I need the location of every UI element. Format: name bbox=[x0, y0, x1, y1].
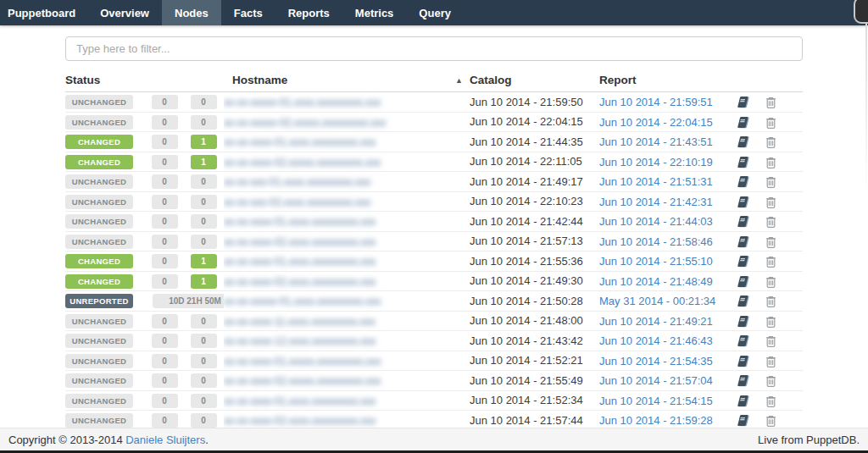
trash-icon[interactable] bbox=[765, 215, 779, 229]
hostname-link[interactable]: xx-xx-xxxx-01.xxxx.xxxxxxxxx.xxx bbox=[224, 256, 376, 268]
hostname-cell: xx-xx-xxxx-12.xxxx.xxxxxxxxx.xxx bbox=[224, 331, 470, 351]
hostname-link[interactable]: xx-xx-xxxx-02.xxxx.xxxxxxxxx.xxx bbox=[224, 236, 376, 248]
report-link[interactable]: Jun 10 2014 - 21:44:03 bbox=[599, 215, 713, 228]
nav-item-facts[interactable]: Facts bbox=[221, 0, 275, 25]
trash-icon[interactable] bbox=[765, 275, 779, 289]
hostname-link[interactable]: xx-xx-xxxx-02.xxxx.xxxxxxxxx.xxx bbox=[224, 276, 376, 288]
count1-cell: 0 bbox=[146, 331, 183, 351]
trash-icon[interactable] bbox=[765, 235, 779, 249]
trash-icon[interactable] bbox=[765, 295, 779, 308]
hostname-link[interactable]: xx-xx-xxxx-01.xxxx.xxxxxxxxx.xxx bbox=[224, 136, 376, 148]
trash-icon[interactable] bbox=[765, 156, 779, 169]
trash-icon[interactable] bbox=[765, 116, 779, 130]
nav-item-reports[interactable]: Reports bbox=[275, 0, 342, 25]
trash-icon[interactable] bbox=[765, 395, 779, 408]
book-icon[interactable] bbox=[737, 215, 751, 229]
report-link[interactable]: Jun 10 2014 - 21:54:15 bbox=[599, 395, 713, 407]
book-icon[interactable] bbox=[737, 156, 751, 169]
book-icon[interactable] bbox=[737, 355, 751, 368]
nav-item-query[interactable]: Query bbox=[406, 0, 464, 25]
book-icon[interactable] bbox=[737, 175, 751, 189]
nav-item-overview[interactable]: Overview bbox=[87, 0, 162, 25]
scrollbar-thumb[interactable] bbox=[854, 0, 868, 24]
hostname-link[interactable]: xx-xx-xxxxx-01.xxxx.xxxxxxxxx.xxx bbox=[224, 97, 381, 108]
hostname-link[interactable]: xx-xx-xxxx-12.xxxx.xxxxxxxxx.xxx bbox=[224, 335, 376, 347]
trash-icon[interactable] bbox=[765, 334, 779, 348]
count1-cell: 0 bbox=[146, 351, 183, 371]
hostname-cell: xx-xx-xxxx-01.xxxxx.xxxxxxxxx.xxx bbox=[224, 351, 470, 371]
brand-puppetboard[interactable]: Puppetboard bbox=[0, 0, 87, 25]
hostname-link[interactable]: xx-xx-xxxxx-02.xxxxx.xxxxxxxxx.xxx bbox=[224, 117, 386, 129]
catalog-cell: Jun 10 2014 - 21:42:44 bbox=[470, 212, 599, 232]
book-icon[interactable] bbox=[737, 255, 751, 268]
report-link[interactable]: Jun 10 2014 - 21:46:43 bbox=[599, 334, 713, 347]
column-header-status[interactable]: Status bbox=[65, 74, 224, 92]
report-link[interactable]: Jun 10 2014 - 21:54:35 bbox=[599, 355, 713, 367]
column-header-hostname[interactable]: Hostname ▲ bbox=[224, 74, 470, 92]
hostname-cell: xx-xx-xxxx-01.xxxx.xxxxxxxxx.xxx bbox=[224, 212, 470, 232]
trash-icon[interactable] bbox=[765, 135, 779, 149]
report-link[interactable]: Jun 10 2014 - 21:51:31 bbox=[599, 175, 713, 188]
report-link[interactable]: Jun 10 2014 - 21:59:51 bbox=[599, 96, 713, 108]
book-icon[interactable] bbox=[737, 414, 751, 428]
navbar: Puppetboard OverviewNodesFactsReportsMet… bbox=[0, 0, 868, 25]
report-link[interactable]: Jun 10 2014 - 21:57:04 bbox=[599, 374, 713, 387]
report-link[interactable]: May 31 2014 - 00:21:34 bbox=[599, 295, 715, 307]
count1-cell: 0 bbox=[146, 172, 183, 192]
trash-icon[interactable] bbox=[765, 315, 779, 329]
book-icon[interactable] bbox=[737, 96, 751, 109]
book-icon[interactable] bbox=[737, 235, 751, 249]
trash-icon[interactable] bbox=[765, 414, 779, 428]
count1-badge: 0 bbox=[152, 373, 178, 388]
trash-icon[interactable] bbox=[765, 196, 779, 209]
hostname-link[interactable]: xx-xx-xxx-01.xxxx.xxxxxxxxx.xxx bbox=[224, 176, 370, 188]
nav-item-nodes[interactable]: Nodes bbox=[162, 0, 221, 25]
book-icon[interactable] bbox=[737, 116, 751, 130]
report-link[interactable]: Jun 10 2014 - 22:04:15 bbox=[599, 116, 713, 129]
book-icon[interactable] bbox=[737, 395, 751, 408]
book-icon[interactable] bbox=[737, 295, 751, 308]
book-icon[interactable] bbox=[737, 315, 751, 329]
report-link[interactable]: Jun 10 2014 - 22:10:19 bbox=[599, 156, 713, 168]
node-row: UNCHANGED 0 0 xx-xx-xxx-02.xxxx.xxxxxxxx… bbox=[65, 191, 803, 212]
trash-icon[interactable] bbox=[765, 175, 779, 189]
hostname-link[interactable]: xx-xx-xxxx-01.xxxx.xxxxxxxxx.xxx bbox=[224, 216, 376, 228]
trash-icon[interactable] bbox=[765, 355, 779, 368]
column-header-report[interactable]: Report bbox=[599, 74, 737, 92]
hostname-link[interactable]: xx-xx-xxxx-11.xxxx.xxxxxxxxx.xxx bbox=[224, 316, 375, 328]
count1-badge: 0 bbox=[152, 274, 178, 289]
report-cell: Jun 10 2014 - 21:42:31 bbox=[599, 191, 737, 212]
hostname-link[interactable]: xx-xx-xxxx-02.xxxxx.xxxxxxxxx.xxx bbox=[224, 375, 381, 387]
hostname-link[interactable]: xx-xx-xxxx-01.xxxx.xxxxxxxxx.xxx bbox=[224, 395, 376, 407]
book-icon[interactable] bbox=[737, 374, 751, 388]
report-link[interactable]: Jun 10 2014 - 21:42:31 bbox=[599, 196, 713, 208]
book-icon[interactable] bbox=[737, 135, 751, 149]
report-link[interactable]: Jun 10 2014 - 21:48:49 bbox=[599, 275, 713, 288]
count1-badge: 0 bbox=[152, 95, 178, 109]
nav-item-metrics[interactable]: Metrics bbox=[342, 0, 407, 25]
trash-icon[interactable] bbox=[765, 96, 779, 109]
book-icon[interactable] bbox=[737, 275, 751, 289]
report-link[interactable]: Jun 10 2014 - 21:43:51 bbox=[599, 135, 713, 148]
column-header-catalog[interactable]: Catalog bbox=[470, 74, 599, 92]
catalog-timestamp: Jun 10 2014 - 21:57:44 bbox=[470, 414, 583, 427]
filter-input[interactable] bbox=[65, 36, 803, 61]
hostname-link[interactable]: xx-xx-xxxxx-01.xxxx.xxxxxxxxx.xxx bbox=[224, 296, 381, 307]
hostname-link[interactable]: xx-xx-xxx-02.xxxx.xxxxxxxxx.xxx bbox=[224, 196, 370, 208]
report-link[interactable]: Jun 10 2014 - 21:59:28 bbox=[599, 414, 713, 427]
count2-badge: 0 bbox=[191, 214, 217, 229]
catalog-timestamp: Jun 10 2014 - 21:55:49 bbox=[470, 374, 583, 387]
report-link[interactable]: Jun 10 2014 - 21:49:21 bbox=[599, 315, 713, 328]
book-icon[interactable] bbox=[737, 196, 751, 209]
author-link[interactable]: Daniele Sluijters bbox=[125, 434, 205, 446]
nodes-table-body: UNCHANGED 0 0 xx-xx-xxxxx-01.xxxx.xxxxxx… bbox=[65, 92, 803, 428]
sort-ascending-icon[interactable]: ▲ bbox=[455, 76, 463, 85]
hostname-link[interactable]: xx-xx-xxxx-01.xxxxx.xxxxxxxxx.xxx bbox=[224, 356, 381, 367]
hostname-link[interactable]: xx-xx-xxxx-02.xxxx.xxxxxxxxx.xxx bbox=[224, 415, 376, 427]
trash-icon[interactable] bbox=[765, 255, 779, 268]
hostname-link[interactable]: xx-xx-xxxx-02.xxxxx.xxxxxxxxx.xxx bbox=[224, 157, 381, 168]
book-icon[interactable] bbox=[737, 334, 751, 348]
report-link[interactable]: Jun 10 2014 - 21:58:46 bbox=[599, 235, 713, 248]
report-link[interactable]: Jun 10 2014 - 21:55:10 bbox=[599, 255, 713, 268]
trash-icon[interactable] bbox=[765, 374, 779, 388]
